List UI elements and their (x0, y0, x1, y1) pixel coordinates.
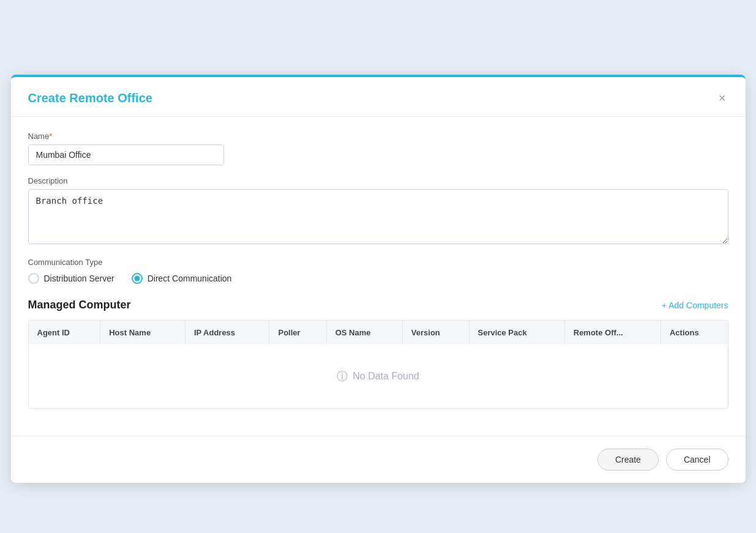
col-ip-address: IP Address (185, 321, 269, 345)
info-icon: ⓘ (337, 369, 348, 384)
table-body: ⓘ No Data Found (29, 345, 728, 408)
no-data-cell: ⓘ No Data Found (29, 345, 728, 408)
modal-header: Create Remote Office × (11, 77, 746, 117)
col-host-name: Host Name (100, 321, 185, 345)
radio-direct-communication[interactable]: Direct Communication (132, 273, 232, 284)
cancel-button[interactable]: Cancel (666, 449, 728, 471)
col-version: Version (402, 321, 469, 345)
col-actions: Actions (661, 321, 727, 345)
add-computers-button[interactable]: + Add Computers (662, 300, 728, 310)
no-data-text: No Data Found (353, 371, 419, 382)
no-data-row: ⓘ No Data Found (29, 345, 728, 408)
managed-computer-table: Agent ID Host Name IP Address Poller OS … (29, 321, 728, 408)
radio-distribution-server-input[interactable] (28, 273, 39, 284)
no-data-message: ⓘ No Data Found (29, 345, 728, 408)
create-remote-office-modal: Create Remote Office × Name* Description… (11, 75, 746, 483)
name-form-group: Name* (28, 132, 728, 165)
modal-title: Create Remote Office (28, 91, 152, 105)
communication-type-section: Communication Type Distribution Server D… (28, 258, 728, 284)
modal-footer: Create Cancel (11, 436, 746, 483)
col-poller: Poller (269, 321, 326, 345)
col-agent-id: Agent ID (29, 321, 100, 345)
col-os-name: OS Name (326, 321, 402, 345)
description-form-group: Description Branch office (28, 176, 728, 247)
table-header-row: Agent ID Host Name IP Address Poller OS … (29, 321, 728, 345)
radio-group: Distribution Server Direct Communication (28, 273, 728, 284)
create-button[interactable]: Create (597, 449, 659, 471)
table-header: Agent ID Host Name IP Address Poller OS … (29, 321, 728, 345)
name-label: Name* (28, 132, 728, 141)
managed-computer-title: Managed Computer (28, 299, 131, 311)
managed-computer-table-container: Agent ID Host Name IP Address Poller OS … (28, 320, 728, 409)
radio-distribution-label: Distribution Server (44, 274, 114, 283)
col-remote-office: Remote Off... (564, 321, 661, 345)
description-label: Description (28, 176, 728, 185)
close-button[interactable]: × (716, 89, 728, 106)
modal-body: Name* Description Branch office Communic… (11, 117, 746, 436)
description-textarea[interactable]: Branch office (28, 189, 728, 244)
managed-computer-header: Managed Computer + Add Computers (28, 299, 728, 311)
col-service-pack: Service Pack (469, 321, 564, 345)
managed-computer-section: Managed Computer + Add Computers Agent I… (28, 299, 728, 409)
communication-type-label: Communication Type (28, 258, 728, 267)
modal-overlay: Create Remote Office × Name* Description… (11, 12, 746, 533)
radio-direct-communication-input[interactable] (132, 273, 143, 284)
radio-distribution-server[interactable]: Distribution Server (28, 273, 114, 284)
name-input[interactable] (28, 144, 224, 165)
radio-direct-label: Direct Communication (148, 274, 232, 283)
